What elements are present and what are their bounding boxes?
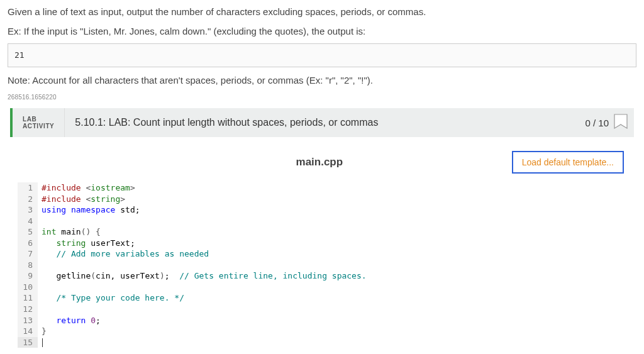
lab-tag-line1: LAB [23,116,54,123]
code-line[interactable]: 1#include <iostream> [18,182,626,194]
code-content[interactable]: string userText; [38,238,135,249]
code-editor[interactable]: 1#include <iostream>2#include <string>3u… [18,182,626,348]
lab-activity-tag: LAB ACTIVITY [13,108,65,137]
code-content[interactable] [38,304,42,315]
code-line[interactable]: 10 [18,282,626,293]
code-content[interactable]: /* Type your code here. */ [38,292,184,304]
code-line[interactable]: 11 /* Type your code here. */ [18,292,626,304]
line-number: 2 [18,194,38,205]
code-line[interactable]: 3using namespace std; [18,204,626,216]
filename-label: main.cpp [127,156,512,169]
example-output-box: 21 [8,43,636,67]
code-content[interactable]: getline(cin, userText); // Gets entire l… [38,270,367,282]
code-content[interactable] [38,282,42,293]
lab-score-area: 0 / 10 [579,108,634,137]
lab-activity-header: LAB ACTIVITY 5.10.1: LAB: Count input le… [10,108,634,137]
line-number: 4 [18,216,38,227]
code-content[interactable] [38,260,42,271]
code-line[interactable]: 9 getline(cin, userText); // Gets entire… [18,270,626,282]
load-default-template-button[interactable]: Load default template... [512,151,624,174]
code-content[interactable]: return 0; [38,315,101,326]
line-number: 8 [18,260,38,271]
lab-title: 5.10.1: LAB: Count input length without … [65,108,579,137]
code-content[interactable] [38,216,42,227]
code-line[interactable]: 7 // Add more variables as needed [18,248,626,260]
code-line[interactable]: 5int main() { [18,226,626,238]
problem-line-2: Ex: If the input is "Listen, Mr. Jones, … [8,25,636,39]
line-number: 13 [18,315,38,326]
line-number: 11 [18,292,38,304]
code-line[interactable]: 12 [18,304,626,315]
line-number: 7 [18,248,38,260]
code-editor-area: main.cpp Load default template... 1#incl… [18,146,626,348]
code-line[interactable]: 8 [18,260,626,271]
text-cursor [42,338,43,347]
code-content[interactable]: // Add more variables as needed [38,248,209,260]
line-number: 6 [18,238,38,249]
line-number: 10 [18,282,38,293]
code-content[interactable] [38,337,43,348]
serial-number: 268516.1656220 [8,92,636,102]
code-line[interactable]: 4 [18,216,626,227]
bookmark-icon[interactable] [614,114,628,131]
line-number: 1 [18,182,38,194]
code-line[interactable]: 14} [18,326,626,337]
code-line[interactable]: 15 [18,337,626,348]
code-line[interactable]: 13 return 0; [18,315,626,326]
lab-tag-line2: ACTIVITY [23,123,54,130]
line-number: 5 [18,226,38,238]
code-content[interactable]: using namespace std; [38,204,140,216]
line-number: 12 [18,304,38,315]
problem-line-1: Given a line of text as input, output th… [8,5,636,19]
code-content[interactable]: #include <iostream> [38,182,135,194]
editor-toolbar: main.cpp Load default template... [18,146,626,182]
code-content[interactable]: int main() { [38,226,101,238]
line-number: 15 [18,337,38,348]
line-number: 9 [18,270,38,282]
line-number: 3 [18,204,38,216]
code-line[interactable]: 2#include <string> [18,194,626,205]
code-line[interactable]: 6 string userText; [18,238,626,249]
problem-note: Note: Account for all characters that ar… [8,74,636,88]
problem-statement: Given a line of text as input, output th… [8,5,636,102]
lab-score-text: 0 / 10 [585,118,609,128]
code-content[interactable]: } [38,326,47,337]
line-number: 14 [18,326,38,337]
code-content[interactable]: #include <string> [38,194,125,205]
